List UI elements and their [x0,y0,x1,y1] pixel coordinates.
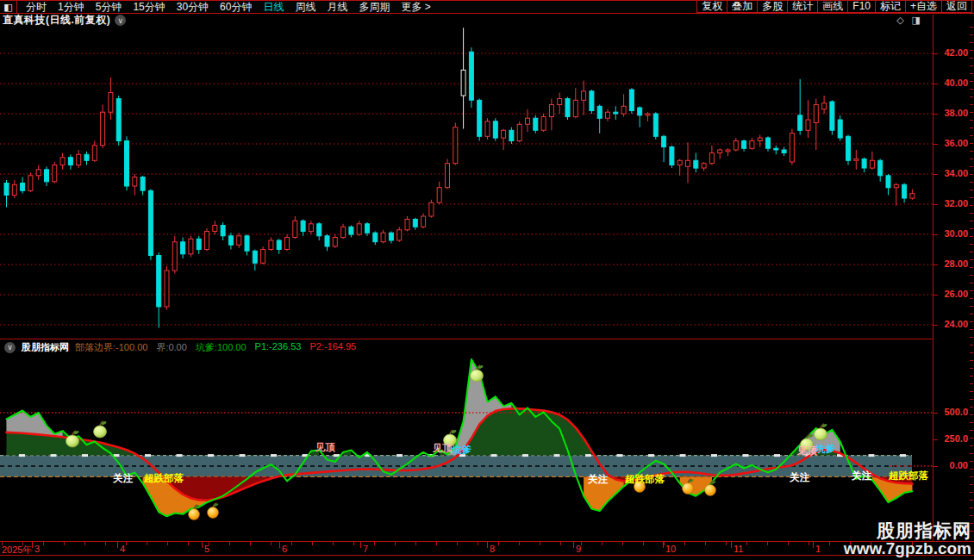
signal-label: 超跌部落 [888,470,929,481]
indicator-param: 界:0.00 [156,341,186,354]
axis-tick-mark [933,144,938,145]
period-tab-更多 >[interactable]: 更多 > [401,1,430,13]
month-tick [360,542,361,548]
month-tick [573,542,574,548]
period-tab-15分钟[interactable]: 15分钟 [133,1,165,13]
period-tab-5分钟[interactable]: 5分钟 [96,1,122,13]
toolbar-button-叠加[interactable]: 叠加 [727,1,758,13]
period-tab-60分钟[interactable]: 60分钟 [220,1,252,13]
signal-label: 见顶 [432,443,453,453]
axis-tick-label: 250.0 [944,433,968,444]
year-label: 2025年 [2,544,32,557]
signal-label: 见顶 [796,445,818,456]
orange-ball-icon [208,503,219,519]
axis-tick-mark [933,53,938,54]
axis-tick-mark [933,234,938,235]
axis-tick-mark [933,413,938,414]
axis-tick-label: 28.00 [944,258,968,269]
period-tab-周线[interactable]: 周线 [295,1,315,13]
toolbar-button-标记[interactable]: 标记 [875,1,906,13]
indicator-chart[interactable]: 关注超跌部落见顶见顶坑爹关注超跌部落关注见顶坑爹关注超跌部落 [0,340,933,541]
axis-tick-mark [933,174,938,175]
period-tab-日线[interactable]: 日线 [263,1,284,13]
axis-tick-label: 38.00 [944,108,968,118]
axis-ruler-ticks [970,27,973,535]
candles-layer [4,28,915,327]
axis-tick-label: 30.00 [944,228,968,239]
axis-tick-mark [933,84,938,84]
axis-tick-label: 34.00 [944,168,968,178]
app-window: ◧ 分时1分钟5分钟15分钟30分钟60分钟日线周线月线多周期更多 > 复权叠加… [0,0,974,560]
month-tick [731,542,732,548]
apple-icon [815,423,828,440]
period-tab-30分钟[interactable]: 30分钟 [177,1,209,13]
signal-label: 关注 [112,472,134,483]
month-tick [487,542,488,548]
month-label: 1 [815,544,821,554]
toolbar-button-统计[interactable]: 统计 [787,1,818,13]
signal-label: 关注 [789,471,810,482]
axis-tick-label: 32.00 [944,198,968,208]
axis-tick-mark [933,325,938,326]
period-tab-分时[interactable]: 分时 [26,1,47,13]
period-tab-多周期[interactable]: 多周期 [359,1,390,13]
main-gridlines [0,53,933,325]
month-tick [117,542,118,548]
month-label: 3 [34,544,40,554]
axis-tick-label: 40.00 [944,78,968,88]
axis-tick-label: 26.00 [944,289,968,299]
toolbar-button-画线[interactable]: 画线 [817,1,848,13]
axis-tick-mark [933,439,938,440]
indicator-param: P2:-164.95 [309,341,356,354]
chevron-down-icon[interactable]: ∨ [115,15,126,26]
split-screen-icon[interactable]: ◨ [912,15,921,26]
indicator-params: 部落边界:-100.00界:0.00坑爹:100.00P1:-236.53P2:… [75,341,356,354]
month-tick [663,542,664,548]
toolbar-button-F10[interactable]: F10 [847,1,876,13]
signal-label: 超跌部落 [624,474,665,484]
title-row: 直真科技(日线.前复权) ∨ ◇ ◨ [0,15,933,26]
toolbar-buttons: 复权叠加多股统计画线F10标记+自选返回 [697,1,972,13]
signal-label: 关注 [851,470,872,481]
indicator-param: P1:-236.53 [255,341,302,354]
diamond-icon[interactable]: ◇ [896,15,903,26]
fill-darkgreen [7,359,840,456]
main-candlestick-chart[interactable] [0,26,933,339]
oscillator-fills [7,359,913,516]
period-tabs: 分时1分钟5分钟15分钟30分钟60分钟日线周线月线多周期更多 > [26,1,697,13]
signal-label: 见顶 [315,442,336,452]
indicator-param: 坑爹:100.00 [196,341,247,354]
month-tick [813,542,814,548]
axis-tick-label: 0.00 [950,460,968,470]
period-tab-1分钟[interactable]: 1分钟 [58,1,84,13]
month-label: 4 [120,544,125,554]
period-tab-月线[interactable]: 月线 [327,1,347,13]
toolbar-button-+自选[interactable]: +自选 [905,1,942,13]
month-tick [202,542,203,548]
signal-label: 坑爹 [815,444,836,454]
toolbar-button-多股[interactable]: 多股 [757,1,788,13]
apple-icon [94,420,108,438]
axis-tick-mark [933,114,938,115]
axis-tick-label: 24.00 [944,319,968,329]
month-tick [32,542,33,548]
top-toolbar: ◧ 分时1分钟5分钟15分钟30分钟60分钟日线周线月线多周期更多 > 复权叠加… [0,0,974,14]
collapse-indicator-icon[interactable]: ∨ [4,342,16,353]
axis-tick-mark [933,295,938,296]
toolbar-button-返回[interactable]: 返回 [941,1,972,13]
month-label: 7 [363,544,368,554]
panel-separator [0,339,974,339]
month-label: 10 [665,544,676,554]
toolbar-button-复权[interactable]: 复权 [696,1,727,13]
fill-gray [7,359,840,456]
axis-tick-mark [933,466,938,467]
price-axis: 42.0040.0038.0036.0034.0032.0030.0028.00… [933,15,974,541]
neutral-band [0,456,912,477]
month-label: 5 [204,544,209,554]
window-layout-icon[interactable]: ◧ [0,1,17,13]
month-label: 11 [734,544,743,554]
indicator-param: 部落边界:-100.00 [75,341,147,354]
signal-label: 关注 [587,473,609,484]
axis-tick-mark [933,204,938,205]
watermark-title: 股朋指标网 [844,521,971,540]
